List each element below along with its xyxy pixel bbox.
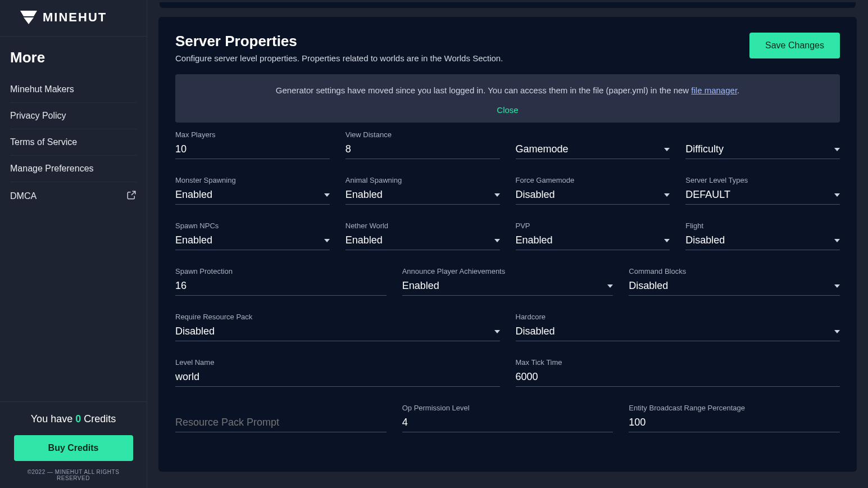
sidebar-item-tos[interactable]: Terms of Service: [10, 129, 137, 155]
label-announce-achievements: Announce Player Achievements: [402, 267, 613, 275]
chevron-down-icon: [607, 284, 613, 288]
label-max-tick-time: Max Tick Time: [516, 358, 840, 367]
input-entity-broadcast[interactable]: [629, 414, 840, 432]
panel-header: Server Properties Configure server level…: [158, 33, 857, 74]
page-subtitle: Configure server level properties. Prope…: [175, 53, 503, 63]
label-entity-broadcast: Entity Broadcast Range Percentage: [629, 404, 840, 412]
value-op-permission[interactable]: [402, 417, 613, 428]
select-force-gamemode[interactable]: Disabled: [516, 187, 670, 205]
notice-text: Generator settings have moved since you …: [276, 85, 739, 95]
value-announce-achievements: Enabled: [402, 280, 439, 292]
select-nether-world[interactable]: Enabled: [346, 232, 500, 250]
value-level-name[interactable]: [175, 371, 500, 383]
svg-marker-0: [20, 11, 37, 16]
sidebar-heading: More: [0, 37, 147, 76]
notice-close-button[interactable]: Close: [187, 105, 829, 115]
chevron-down-icon: [664, 239, 670, 242]
input-level-name[interactable]: [175, 369, 500, 387]
input-max-tick-time[interactable]: [516, 369, 840, 387]
label-require-resource-pack: Require Resource Pack: [175, 313, 500, 321]
select-hardcore[interactable]: Disabled: [516, 323, 840, 341]
value-command-blocks: Disabled: [629, 280, 668, 292]
label-max-players: Max Players: [175, 130, 330, 139]
sidebar-item-privacy[interactable]: Privacy Policy: [10, 102, 137, 129]
sidebar-item-label: Manage Preferences: [10, 164, 94, 174]
input-max-players[interactable]: [175, 141, 330, 159]
value-max-players[interactable]: [175, 143, 330, 155]
chevron-down-icon: [664, 193, 670, 197]
file-manager-link[interactable]: file manager: [691, 85, 737, 95]
chevron-down-icon: [834, 330, 840, 333]
label-gamemode: [516, 130, 670, 139]
brand-logo[interactable]: MINEHUT: [0, 0, 147, 37]
select-difficulty[interactable]: Difficulty: [685, 141, 840, 159]
buy-credits-button[interactable]: Buy Credits: [14, 435, 133, 461]
credits-prefix: You have: [31, 413, 75, 424]
chevron-down-icon: [324, 239, 330, 242]
sidebar-item-label: Terms of Service: [10, 137, 77, 147]
form-area: Max Players View Distance Gamemode Diffi…: [158, 130, 857, 432]
chevron-down-icon: [834, 148, 840, 151]
select-gamemode[interactable]: Gamemode: [516, 141, 670, 159]
value-difficulty: Difficulty: [685, 143, 724, 155]
sidebar-nav: Minehut Makers Privacy Policy Terms of S…: [0, 76, 147, 210]
sidebar-item-label: DMCA: [10, 191, 37, 201]
chevron-down-icon: [834, 193, 840, 197]
select-level-types[interactable]: DEFAULT: [685, 187, 840, 205]
select-animal-spawn[interactable]: Enabled: [346, 187, 500, 205]
value-resource-pack-prompt[interactable]: [175, 417, 387, 428]
notice-text-after: .: [737, 85, 739, 95]
save-changes-button[interactable]: Save Changes: [749, 33, 840, 58]
value-animal-spawn: Enabled: [346, 189, 383, 201]
select-monster-spawn[interactable]: Enabled: [175, 187, 330, 205]
value-gamemode: Gamemode: [516, 143, 569, 155]
input-spawn-protection[interactable]: [175, 278, 387, 296]
select-announce-achievements[interactable]: Enabled: [402, 278, 613, 296]
input-view-distance[interactable]: [346, 141, 500, 159]
page-title: Server Properties: [175, 33, 503, 50]
svg-marker-1: [24, 17, 34, 24]
field-difficulty: Difficulty: [685, 130, 840, 159]
label-resource-pack-prompt: [175, 404, 387, 412]
sidebar-item-label: Minehut Makers: [10, 84, 74, 94]
select-require-resource-pack[interactable]: Disabled: [175, 323, 500, 341]
value-entity-broadcast[interactable]: [629, 417, 840, 428]
label-spawn-protection: Spawn Protection: [175, 267, 387, 275]
sidebar-item-label: Privacy Policy: [10, 111, 66, 121]
select-pvp[interactable]: Enabled: [516, 232, 670, 250]
chevron-down-icon: [494, 330, 500, 333]
select-flight[interactable]: Disabled: [685, 232, 840, 250]
sidebar: MINEHUT More Minehut Makers Privacy Poli…: [0, 0, 147, 488]
label-op-permission: Op Permission Level: [402, 404, 613, 412]
chevron-down-icon: [324, 193, 330, 197]
label-difficulty: [685, 130, 840, 139]
label-hardcore: Hardcore: [516, 313, 840, 321]
label-view-distance: View Distance: [346, 130, 500, 139]
minehut-logo-icon: [20, 11, 37, 24]
field-view-distance: View Distance: [346, 130, 500, 159]
value-hardcore: Disabled: [516, 326, 555, 337]
select-command-blocks[interactable]: Disabled: [629, 278, 840, 296]
input-resource-pack-prompt[interactable]: [175, 414, 387, 432]
sidebar-item-dmca[interactable]: DMCA: [10, 182, 137, 210]
sidebar-item-makers[interactable]: Minehut Makers: [10, 76, 137, 102]
credits-suffix: Credits: [81, 413, 116, 424]
value-nether-world: Enabled: [346, 234, 383, 246]
label-level-name: Level Name: [175, 358, 500, 367]
notice-text-before: Generator settings have moved since you …: [276, 85, 692, 95]
value-spawn-protection[interactable]: [175, 280, 387, 292]
panel-above-strip: [160, 2, 856, 8]
select-spawn-npcs[interactable]: Enabled: [175, 232, 330, 250]
value-max-tick-time[interactable]: [516, 371, 840, 383]
sidebar-item-prefs[interactable]: Manage Preferences: [10, 155, 137, 182]
chevron-down-icon: [494, 193, 500, 197]
brand-name: MINEHUT: [43, 10, 107, 25]
label-animal-spawn: Animal Spawning: [346, 176, 500, 184]
label-pvp: PVP: [516, 222, 670, 230]
value-view-distance[interactable]: [346, 143, 500, 155]
credits-display: You have 0 Credits: [10, 413, 137, 425]
label-flight: Flight: [685, 222, 840, 230]
field-max-players: Max Players: [175, 130, 330, 159]
chevron-down-icon: [834, 239, 840, 242]
input-op-permission[interactable]: [402, 414, 613, 432]
